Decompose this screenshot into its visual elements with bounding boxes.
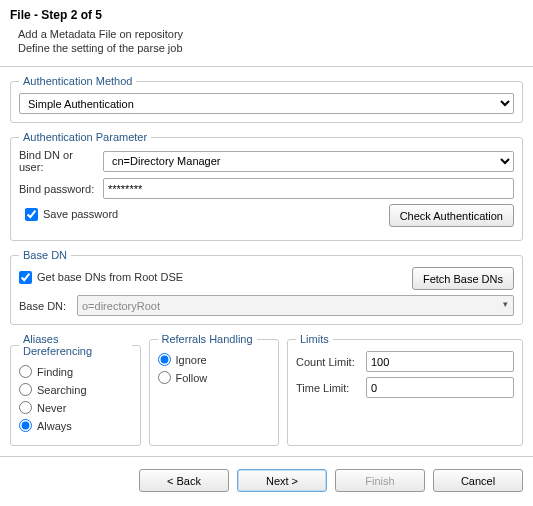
base-dn-group: Base DN Get base DNs from Root DSE Fetch…: [10, 249, 523, 325]
next-button[interactable]: Next >: [237, 469, 327, 492]
aliases-finding-label: Finding: [37, 366, 73, 378]
bind-dn-label: Bind DN or user:: [19, 149, 97, 173]
limits-legend: Limits: [296, 333, 333, 345]
time-limit-field[interactable]: [366, 377, 514, 398]
referrals-follow-label: Follow: [176, 372, 208, 384]
base-dn-field-label: Base DN:: [19, 300, 71, 312]
referrals-ignore-radio[interactable]: [158, 353, 171, 366]
aliases-always-radio[interactable]: [19, 419, 32, 432]
aliases-group: Aliases Dereferencing Finding Searching …: [10, 333, 141, 446]
fetch-base-dns-button[interactable]: Fetch Base DNs: [412, 267, 514, 290]
aliases-searching-radio[interactable]: [19, 383, 32, 396]
bind-dn-combo[interactable]: cn=Directory Manager: [103, 151, 514, 172]
referrals-follow-radio[interactable]: [158, 371, 171, 384]
referrals-legend: Referrals Handling: [158, 333, 257, 345]
chevron-down-icon: ▾: [503, 299, 508, 309]
referrals-group: Referrals Handling Ignore Follow: [149, 333, 280, 446]
cancel-button[interactable]: Cancel: [433, 469, 523, 492]
auth-method-select[interactable]: Simple Authentication: [19, 93, 514, 114]
header-line2: Define the setting of the parse job: [18, 42, 523, 54]
save-password-label: Save password: [43, 208, 118, 220]
get-base-dns-checkbox[interactable]: [19, 271, 32, 284]
referrals-ignore-label: Ignore: [176, 354, 207, 366]
bind-pw-field[interactable]: [103, 178, 514, 199]
finish-button: Finish: [335, 469, 425, 492]
auth-param-group: Authentication Parameter Bind DN or user…: [10, 131, 523, 241]
aliases-finding-radio[interactable]: [19, 365, 32, 378]
auth-method-group: Authentication Method Simple Authenticat…: [10, 75, 523, 123]
page-title: File - Step 2 of 5: [10, 8, 523, 22]
aliases-never-radio[interactable]: [19, 401, 32, 414]
limits-group: Limits Count Limit: Time Limit:: [287, 333, 523, 446]
get-base-dns-label: Get base DNs from Root DSE: [37, 271, 183, 283]
bind-pw-label: Bind password:: [19, 183, 97, 195]
wizard-footer: < Back Next > Finish Cancel: [0, 457, 533, 506]
base-dn-field: [77, 295, 514, 316]
aliases-always-label: Always: [37, 420, 72, 432]
count-limit-field[interactable]: [366, 351, 514, 372]
header-line1: Add a Metadata File on repository: [18, 28, 523, 40]
aliases-searching-label: Searching: [37, 384, 87, 396]
auth-param-legend: Authentication Parameter: [19, 131, 151, 143]
count-limit-label: Count Limit:: [296, 356, 360, 368]
time-limit-label: Time Limit:: [296, 382, 360, 394]
base-dn-legend: Base DN: [19, 249, 71, 261]
auth-method-legend: Authentication Method: [19, 75, 136, 87]
aliases-never-label: Never: [37, 402, 66, 414]
save-password-checkbox[interactable]: [25, 208, 38, 221]
wizard-header: File - Step 2 of 5 Add a Metadata File o…: [0, 0, 533, 66]
check-auth-button[interactable]: Check Authentication: [389, 204, 514, 227]
aliases-legend: Aliases Dereferencing: [19, 333, 132, 357]
back-button[interactable]: < Back: [139, 469, 229, 492]
